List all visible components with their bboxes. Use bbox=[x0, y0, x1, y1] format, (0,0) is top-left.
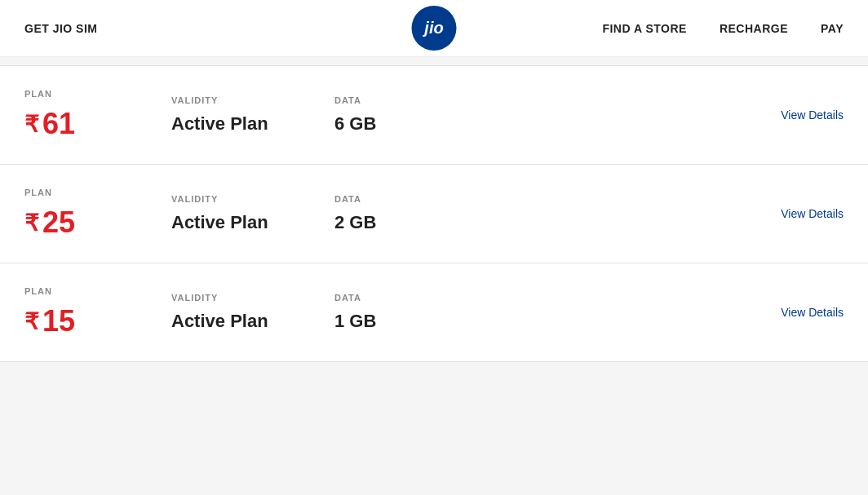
validity-cell-2: VALIDITY Active Plan bbox=[171, 194, 334, 233]
validity-value-1: Active Plan bbox=[171, 113, 334, 135]
price-value-1: 61 bbox=[42, 107, 75, 141]
data-label-1: DATA bbox=[334, 95, 781, 105]
plan-cell-price-1: PLAN ₹ 61 bbox=[24, 89, 171, 141]
plan-price-1: ₹ 61 bbox=[24, 107, 171, 141]
rupee-icon-3: ₹ bbox=[24, 308, 39, 335]
jio-logo[interactable]: jio bbox=[412, 6, 457, 51]
validity-value-2: Active Plan bbox=[171, 212, 334, 233]
find-a-store-link[interactable]: FIND A STORE bbox=[602, 22, 687, 35]
header-right: FIND A STORE RECHARGE PAY bbox=[602, 22, 844, 35]
validity-cell-3: VALIDITY Active Plan bbox=[171, 293, 334, 332]
logo-text: jio bbox=[424, 19, 443, 38]
header-left: GET JIO SIM bbox=[24, 22, 98, 35]
data-cell-2: DATA 2 GB bbox=[334, 194, 781, 233]
data-value-2: 2 GB bbox=[334, 212, 781, 233]
main-header: GET JIO SIM jio FIND A STORE RECHARGE PA… bbox=[0, 0, 868, 57]
view-details-link-3[interactable]: View Details bbox=[781, 306, 844, 319]
get-jio-sim-link[interactable]: GET JIO SIM bbox=[24, 22, 98, 35]
recharge-link[interactable]: RECHARGE bbox=[720, 22, 788, 35]
validity-label-2: VALIDITY bbox=[171, 194, 334, 204]
plan-row-2: PLAN ₹ 25 VALIDITY Active Plan DATA 2 GB… bbox=[0, 165, 868, 263]
rupee-icon-2: ₹ bbox=[24, 210, 39, 236]
rupee-icon-1: ₹ bbox=[24, 111, 39, 138]
pay-link[interactable]: PAY bbox=[821, 22, 844, 35]
plan-label-3: PLAN bbox=[24, 286, 171, 296]
validity-label-1: VALIDITY bbox=[171, 95, 334, 105]
data-cell-3: DATA 1 GB bbox=[334, 293, 781, 332]
plan-row-1: PLAN ₹ 61 VALIDITY Active Plan DATA 6 GB… bbox=[0, 65, 868, 165]
plan-cell-price-2: PLAN ₹ 25 bbox=[24, 188, 171, 240]
data-label-3: DATA bbox=[334, 293, 781, 303]
plan-label-1: PLAN bbox=[24, 89, 171, 99]
plan-price-2: ₹ 25 bbox=[24, 206, 171, 240]
data-value-1: 6 GB bbox=[334, 113, 781, 135]
view-details-link-2[interactable]: View Details bbox=[781, 207, 844, 220]
data-label-2: DATA bbox=[334, 194, 781, 204]
plan-price-3: ₹ 15 bbox=[24, 304, 171, 338]
validity-cell-1: VALIDITY Active Plan bbox=[171, 95, 334, 135]
plans-content: PLAN ₹ 61 VALIDITY Active Plan DATA 6 GB… bbox=[0, 57, 868, 495]
plan-row-3: PLAN ₹ 15 VALIDITY Active Plan DATA 1 GB… bbox=[0, 263, 868, 362]
validity-label-3: VALIDITY bbox=[171, 293, 334, 303]
view-details-link-1[interactable]: View Details bbox=[781, 108, 844, 122]
data-cell-1: DATA 6 GB bbox=[334, 95, 781, 135]
validity-value-3: Active Plan bbox=[171, 311, 334, 332]
data-value-3: 1 GB bbox=[334, 311, 781, 332]
plan-cell-price-3: PLAN ₹ 15 bbox=[24, 286, 171, 338]
plan-label-2: PLAN bbox=[24, 188, 171, 197]
logo-container: jio bbox=[412, 6, 457, 51]
price-value-2: 25 bbox=[42, 206, 75, 240]
price-value-3: 15 bbox=[42, 304, 75, 338]
